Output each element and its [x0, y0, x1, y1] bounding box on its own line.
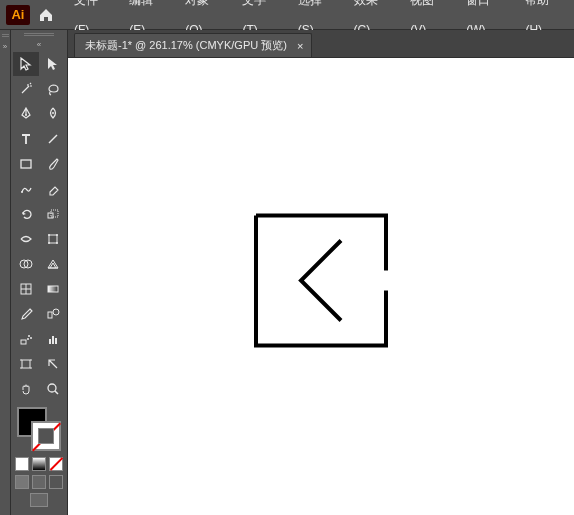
stroke-swatch[interactable] — [31, 421, 61, 451]
collapsed-panel-strip[interactable]: » — [0, 30, 11, 515]
width-tool[interactable] — [13, 227, 39, 251]
zoom-tool[interactable] — [40, 377, 66, 401]
toolbox: « — [11, 30, 68, 515]
svg-rect-21 — [49, 339, 51, 344]
shape-builder-tool[interactable] — [13, 252, 39, 276]
free-transform-tool[interactable] — [40, 227, 66, 251]
document-tab[interactable]: 未标题-1* @ 261.17% (CMYK/GPU 预览) × — [74, 33, 312, 57]
tool-grid — [13, 52, 66, 401]
svg-point-0 — [25, 114, 27, 116]
draw-normal-icon[interactable] — [15, 475, 29, 489]
expand-chevrons-icon[interactable]: » — [0, 42, 10, 51]
canvas[interactable] — [68, 58, 574, 515]
artwork-shape[interactable] — [246, 205, 396, 358]
toolbox-collapse-icon[interactable]: « — [37, 40, 41, 48]
home-icon[interactable] — [36, 5, 56, 25]
color-mode-row — [15, 457, 63, 471]
document-tab-label: 未标题-1* @ 261.17% (CMYK/GPU 预览) — [85, 38, 287, 53]
selection-tool[interactable] — [13, 52, 39, 76]
blend-tool[interactable] — [40, 302, 66, 326]
svg-point-18 — [28, 335, 30, 337]
rectangle-tool[interactable] — [13, 152, 39, 176]
rotate-tool[interactable] — [13, 202, 39, 226]
svg-point-9 — [48, 242, 50, 244]
svg-rect-17 — [21, 340, 26, 344]
perspective-grid-tool[interactable] — [40, 252, 66, 276]
app-logo: Ai — [6, 5, 30, 25]
svg-rect-24 — [22, 360, 30, 368]
eraser-tool[interactable] — [40, 177, 66, 201]
symbol-sprayer-tool[interactable] — [13, 327, 39, 351]
pen-tool[interactable] — [13, 102, 39, 126]
svg-point-16 — [53, 309, 59, 315]
svg-rect-2 — [21, 160, 31, 168]
svg-rect-23 — [55, 338, 57, 344]
close-icon[interactable]: × — [297, 40, 303, 52]
draw-inside-icon[interactable] — [49, 475, 63, 489]
shaper-tool[interactable] — [13, 177, 39, 201]
document-tab-bar: 未标题-1* @ 261.17% (CMYK/GPU 预览) × — [68, 30, 574, 58]
mesh-tool[interactable] — [13, 277, 39, 301]
column-graph-tool[interactable] — [40, 327, 66, 351]
svg-point-20 — [27, 338, 29, 340]
svg-rect-6 — [49, 235, 57, 243]
svg-point-3 — [21, 191, 23, 193]
svg-rect-15 — [48, 312, 52, 318]
artboard-tool[interactable] — [13, 352, 39, 376]
draw-behind-icon[interactable] — [32, 475, 46, 489]
screen-mode-row[interactable] — [30, 493, 48, 507]
document-area: 未标题-1* @ 261.17% (CMYK/GPU 预览) × — [68, 30, 574, 515]
direct-selection-tool[interactable] — [40, 52, 66, 76]
fill-stroke-swatches[interactable] — [17, 407, 61, 451]
panel-grip-icon — [2, 34, 9, 38]
scale-tool[interactable] — [40, 202, 66, 226]
svg-point-1 — [52, 112, 54, 114]
svg-point-19 — [30, 337, 32, 339]
curvature-tool[interactable] — [40, 102, 66, 126]
hand-tool[interactable] — [13, 377, 39, 401]
screen-mode-icon[interactable] — [30, 493, 48, 507]
svg-point-8 — [56, 234, 58, 236]
type-tool[interactable] — [13, 127, 39, 151]
svg-rect-14 — [48, 286, 58, 292]
menu-bar: Ai 文件(F) 编辑(E) 对象(O) 文字(T) 选择(S) 效果(C) 视… — [0, 0, 574, 30]
svg-rect-22 — [52, 336, 54, 344]
slice-tool[interactable] — [40, 352, 66, 376]
paintbrush-tool[interactable] — [40, 152, 66, 176]
line-tool[interactable] — [40, 127, 66, 151]
color-mode-solid[interactable] — [15, 457, 29, 471]
svg-point-10 — [56, 242, 58, 244]
magic-wand-tool[interactable] — [13, 77, 39, 101]
svg-point-7 — [48, 234, 50, 236]
color-mode-none[interactable] — [49, 457, 63, 471]
draw-mode-row — [15, 475, 63, 489]
svg-point-25 — [48, 384, 56, 392]
gradient-tool[interactable] — [40, 277, 66, 301]
eyedropper-tool[interactable] — [13, 302, 39, 326]
color-mode-gradient[interactable] — [32, 457, 46, 471]
toolbox-grip-icon — [24, 33, 54, 37]
lasso-tool[interactable] — [40, 77, 66, 101]
